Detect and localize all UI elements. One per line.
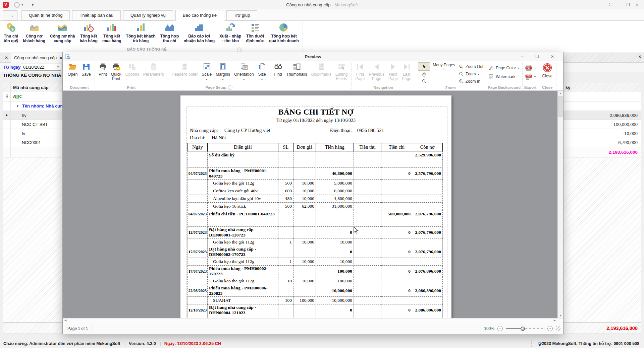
toolbar-button-label: Zoom Out (466, 64, 483, 69)
ribbon-button-t-ng-k-t[interactable]: Tổng kết bán hàng (77, 21, 100, 43)
scrollbar-thumb[interactable] (558, 96, 562, 117)
ribbon-tab-qu-n-l-nghi-p-v[interactable]: Quản lý nghiệp vụ (123, 10, 173, 20)
zoom-slider[interactable] (506, 327, 544, 331)
toolbar-group-caption: Export (524, 85, 536, 90)
margins-icon (219, 63, 227, 71)
supplier-value: Công ty CP Hương việt (224, 128, 270, 133)
quick-access-dropdown-icon[interactable]: ▼ (21, 3, 24, 6)
scale-icon (203, 63, 211, 71)
scale-button[interactable]: Scale▾ (200, 61, 214, 82)
tab-bar-close-button[interactable]: ✕ (3, 55, 10, 61)
toolbar-button-label: Options (125, 72, 139, 77)
toolbar-button-label: Find (274, 72, 282, 77)
tab-bar-right-close-button[interactable]: ✕ (638, 55, 641, 59)
ribbon-button-t-ng-k-t-kh-ch[interactable]: Tổng kết khách trả hàng (124, 21, 158, 43)
print-button[interactable]: Print (97, 61, 109, 77)
save-button[interactable]: Save (79, 61, 93, 77)
area-chart-icon (29, 22, 40, 33)
ribbon-button-b-o-c-o-l-i[interactable]: Báo cáo lợi nhuận bán hàng (181, 21, 217, 43)
supplier-label: Nhà cung cấp: (190, 128, 218, 133)
quick-print-button[interactable]: Quick Print (109, 61, 123, 81)
pointer-tool-button[interactable] (418, 62, 430, 71)
ribbon-button-c-ng-n[interactable]: Công nợ khách hàng (20, 21, 48, 43)
quick-access-button[interactable] (14, 2, 20, 8)
restore-icon[interactable]: ❐ (624, 2, 633, 7)
chevron-down-icon: ▾ (222, 77, 224, 82)
toolbar-button-label: First Page (355, 72, 365, 81)
zoom-out-icon (459, 64, 464, 69)
ribbon-tab-b-o-c-o-th-ng-k[interactable]: Báo cáo thống kê (175, 10, 224, 21)
ribbon-button-t-ng-k-t[interactable]: Tổng kết mua hàng (100, 21, 124, 43)
hand-tool-button[interactable] (418, 71, 430, 78)
report-row: Golia kẹo the gói 112g110,00010,000 (188, 258, 443, 266)
ribbon-button-xu-t-nh-p[interactable]: Xuất - nhập - tồn kho (217, 21, 244, 43)
match-case-icon[interactable]: ABC (13, 95, 22, 98)
ribbon-tab-tr-gi-p[interactable]: Trợ giúp (226, 10, 258, 20)
pdf-send-button[interactable]: PDF▾ (525, 72, 536, 81)
ribbon-button-t-ng-h-p-k-t[interactable]: Tổng hợp kết quả kinh doanh (267, 21, 301, 43)
report-title: BẢNG CHI TIẾT NỢ (180, 108, 451, 117)
scroll-up-icon[interactable]: ▲ (558, 92, 563, 95)
chevron-down-icon[interactable]: ▼ (55, 64, 61, 70)
find-button[interactable]: Find (272, 61, 284, 77)
preview-vertical-scrollbar[interactable]: ▲ ▼ (557, 91, 563, 318)
resize-grip[interactable] (556, 326, 560, 331)
status-bar: Chào mừng: Administrator đến với phần mề… (0, 339, 644, 348)
zoom-lens-icon (459, 72, 464, 76)
toolbar-group-caption: Navigation (373, 85, 393, 90)
grid-header-amount-fragment[interactable]: kỳ (560, 83, 641, 92)
close-button[interactable]: Close (540, 61, 554, 78)
tab-cong-no-nha-cung-cap[interactable]: Công nợ nhà cung cấp ✕ (11, 53, 66, 63)
ribbon-tab-thi-t-l-p-ban-u[interactable]: Thiết lập ban đầu (72, 10, 120, 20)
zoom-plus-button[interactable]: + (547, 326, 553, 331)
ribbon: €$Thu chi tồn quỹCông nợ khách hàngCông … (0, 21, 644, 53)
pdf-export-button[interactable]: PDF▾ (525, 64, 536, 72)
collapse-arrow-icon[interactable]: ▼ (16, 105, 19, 108)
zoom-in-button[interactable]: Zoom In (459, 78, 483, 85)
size-button[interactable]: Size▾ (256, 61, 268, 82)
toolbar-button-label: Size (258, 72, 266, 77)
group-dialog-icon[interactable]: ⌄ (228, 85, 232, 90)
svg-text:PDF: PDF (527, 67, 531, 69)
fullscreen-icon[interactable]: ⛶ (606, 2, 615, 7)
toolbar-customize-icon[interactable]: ▼ (31, 3, 34, 7)
page-color-button[interactable]: Page Color▾ (488, 64, 519, 72)
many-pages-button[interactable]: Many Pages▾ (431, 61, 457, 71)
ribbon-button-t-n-d-i[interactable]: Tồn dưới định mức (244, 21, 267, 43)
orientation-button[interactable]: Orientation▾ (232, 61, 256, 82)
wave-chart-icon (164, 22, 175, 33)
margins-button[interactable]: Margins▾ (214, 61, 232, 82)
close-window-icon[interactable]: ✕ (633, 2, 641, 7)
ribbon-button-c-ng-n-nh[interactable]: Công nợ nhà cung cấp (48, 21, 77, 43)
zoom-slider-knob[interactable] (521, 327, 525, 331)
ribbon-tab-qu-n-tr-h-th-ng[interactable]: Quản trị hệ thống (21, 10, 70, 20)
watermark-button[interactable]: Watermark (488, 72, 519, 81)
status-version: Version: 4.2.0 (129, 341, 156, 346)
zoom-out-button[interactable]: Zoom Out (459, 63, 483, 70)
report-row: Golia kẹo 16 stick50062,00031,000,000 (188, 203, 443, 210)
preview-title-bar[interactable]: Preview ─ ☐ ✕ (63, 52, 563, 61)
preview-horizontal-scrollbar[interactable]: ◀ ▶ (63, 318, 563, 323)
app-menu-button[interactable]: ▽ (3, 10, 17, 20)
ribbon-button-t-ng-h-p[interactable]: Tổng hợp thu chi (158, 21, 181, 43)
address-label: Địa chỉ: (190, 135, 205, 140)
ribbon-group-label: BÁO CÁO THỐNG KÊ (1, 47, 292, 51)
scroll-down-icon[interactable]: ▼ (558, 314, 563, 317)
zoom-minus-button[interactable]: − (497, 326, 503, 331)
ribbon-button-thu-chi[interactable]: €$Thu chi tồn quỹ (1, 21, 20, 43)
zoom-button[interactable]: Zoom▾ (459, 70, 483, 78)
open-folder-icon (68, 63, 77, 71)
magnifier-tool-button[interactable] (418, 78, 430, 85)
preview-minimize-icon[interactable]: ─ (515, 54, 530, 59)
ribbon-group-options-icon[interactable]: ⌃ (237, 48, 241, 52)
scroll-left-icon[interactable]: ◀ (64, 319, 66, 322)
from-date-input[interactable]: 01/10/2022 ▼ (21, 64, 61, 71)
preview-maximize-icon[interactable]: ☐ (530, 54, 545, 59)
options-icon (128, 63, 137, 71)
open-button[interactable]: Open (66, 61, 79, 77)
thumbnails-button[interactable]: Thumbnails (284, 61, 309, 77)
minimize-icon[interactable]: ─ (615, 2, 624, 7)
preview-close-icon[interactable]: ✕ (545, 54, 560, 59)
scroll-right-icon[interactable]: ▶ (554, 319, 556, 322)
report-page: BẢNG CHI TIẾT NỢ Từ ngày 01/10/2022 đến … (180, 95, 451, 318)
